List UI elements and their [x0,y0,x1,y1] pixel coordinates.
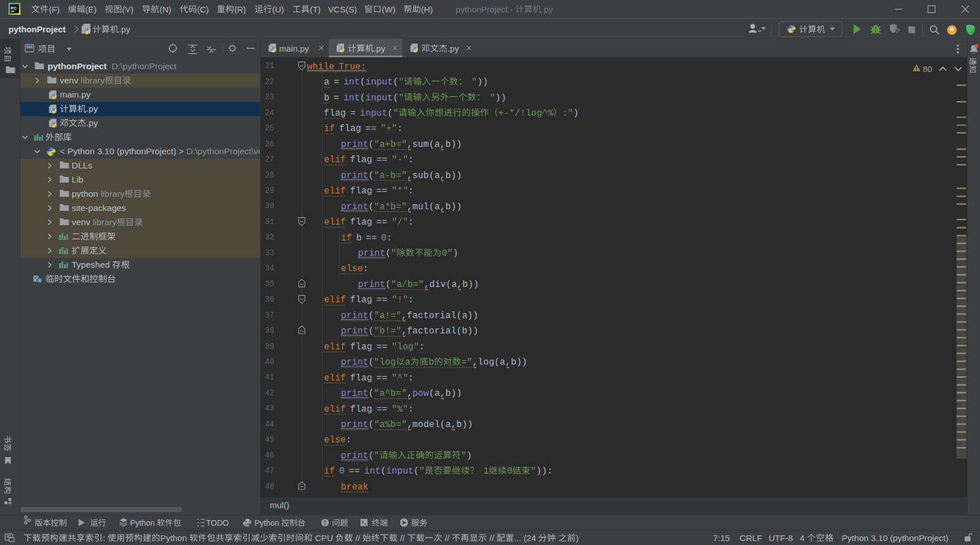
svg-text:(: ( [388,108,393,119]
svg-text:mul(): mul() [270,500,289,510]
svg-text:==: == [372,217,392,227]
svg-text:(F): (F) [49,5,60,14]
svg-text:Python: Python [160,533,189,543]
svg-text:flag: flag [350,404,372,415]
svg-text:"/": "/" [392,217,408,227]
svg-text:sub: sub [413,171,429,181]
svg-text:(: ( [393,93,398,103]
svg-text::: : [387,233,392,243]
svg-text:,: , [506,357,511,367]
svg-text:==: == [372,342,392,352]
svg-text:,: , [472,357,478,367]
svg-text:(: ( [368,202,374,212]
svg-text:"a%b=": "a%b=" [374,420,407,430]
svg-text:print: print [358,248,386,259]
svg-text:< Python 3.10 (pythonProject): < Python 3.10 (pythonProject) > [60,146,186,156]
svg-text:site-packages: site-packages [72,203,126,213]
svg-text:main.py: main.py [60,90,91,99]
svg-text:print: print [341,202,369,212]
svg-text:elif: elif [324,155,346,165]
svg-text::: : [408,295,414,305]
svg-text:print: print [341,388,369,399]
svg-text:"a-b=": "a-b=" [374,171,407,181]
svg-text:int: int [343,77,360,87]
svg-text:factorial: factorial [407,326,456,336]
svg-text:pythonProject -: pythonProject - [456,5,515,14]
svg-text:print: print [341,420,369,430]
svg-text:(a: (a [440,420,451,430]
svg-text:41: 41 [265,373,274,382]
svg-text::: : [408,186,414,196]
svg-text:break: break [341,482,369,492]
svg-text:... (24: ... (24 [514,533,538,543]
svg-text:"%": "%" [392,404,408,415]
svg-text:print: print [341,311,369,321]
svg-text:": " [398,77,404,87]
svg-text:(: ( [393,77,398,87]
svg-text:37: 37 [265,311,274,320]
svg-text:(T): (T) [310,5,321,14]
svg-text:library: library [98,189,125,198]
svg-text:pythonProject: pythonProject [9,24,66,34]
svg-text:==: == [362,233,381,243]
svg-text:"-": "-" [392,155,408,165]
svg-text:flag: flag [350,342,372,352]
svg-text:venv: venv [60,75,79,85]
svg-text:(a: (a [429,202,440,212]
svg-text:0: 0 [339,466,345,476]
svg-text:(W): (W) [382,5,396,14]
svg-text:==: == [361,124,380,134]
svg-text:print: print [341,326,369,336]
svg-text:==: == [372,186,392,196]
svg-text:24: 24 [265,108,274,117]
svg-text:flag: flag [350,155,372,165]
svg-text:): ) [576,533,579,543]
svg-text:(a: (a [429,388,440,399]
svg-text:)): )) [477,77,488,87]
svg-text:): ) [453,248,459,259]
svg-text:=: = [329,77,343,87]
svg-text:b)): b)) [446,171,462,181]
svg-text:(V): (V) [122,5,134,14]
svg-text:(R): (R) [234,5,246,14]
svg-text:33: 33 [265,248,274,257]
svg-text:): ) [573,108,579,119]
svg-text:a: a [324,77,330,87]
svg-text:input: input [386,466,414,476]
svg-text:+-*/!log^%: +-*/!log^% [498,108,553,119]
svg-text://: // [487,533,497,543]
svg-text::: : [408,373,414,383]
svg-text:CRLF: CRLF [740,533,762,543]
svg-text:=: = [346,108,360,119]
svg-text:elif: elif [324,186,346,196]
svg-text:"log": "log" [392,342,419,352]
svg-text:.py: .py [374,44,386,53]
svg-text:b: b [356,233,362,243]
svg-text:(: ( [414,466,419,476]
svg-text:35: 35 [265,280,274,289]
svg-text:"a/b=": "a/b=" [391,280,424,290]
svg-text:(: ( [368,171,374,181]
svg-text:pythonProject: pythonProject [48,61,107,71]
svg-text:UTF-8: UTF-8 [769,533,793,543]
svg-text:(a: (a [429,171,440,181]
svg-text:elif: elif [324,404,346,415]
svg-text:80: 80 [923,64,932,74]
svg-text:0: 0 [507,466,512,476]
svg-text:,: , [451,420,457,430]
svg-text:46: 46 [265,451,274,460]
svg-text:,: , [424,280,430,290]
svg-text::: : [363,264,368,274]
svg-text://: // [353,533,363,543]
svg-text:elif: elif [324,373,346,383]
svg-text:int: int [343,93,360,103]
svg-text:(E): (E) [86,5,97,14]
svg-text:,: , [407,171,413,181]
svg-text:input: input [366,93,393,103]
svg-text:"+": "+" [381,124,397,134]
svg-text:b)): b)) [463,280,479,290]
svg-text:Typeshed: Typeshed [72,260,113,269]
svg-text:48: 48 [265,482,274,491]
svg-text:30: 30 [265,201,274,210]
svg-text:Python 3.10 (pythonProject): Python 3.10 (pythonProject) [842,533,948,543]
